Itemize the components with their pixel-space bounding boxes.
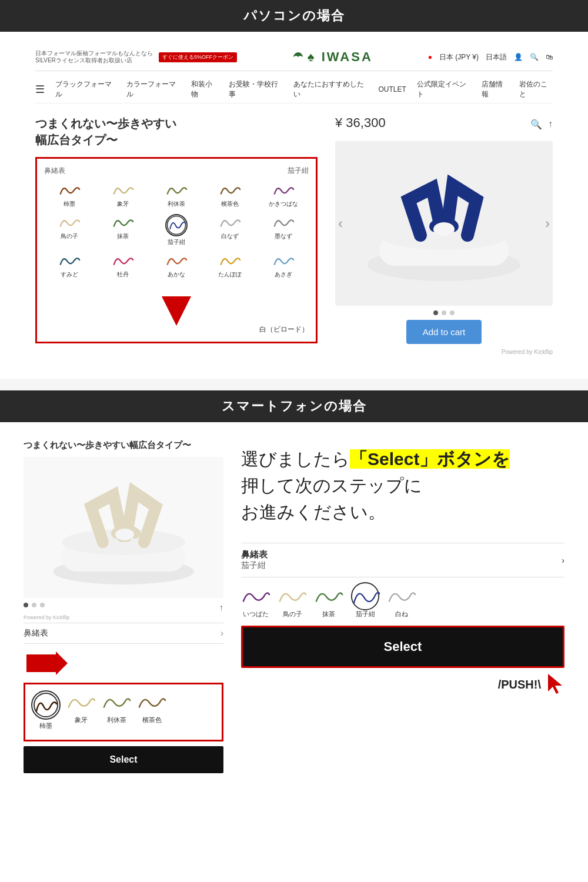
- svg-point-11: [34, 693, 58, 717]
- cursor-icon: [547, 673, 564, 697]
- dot-2[interactable]: [442, 310, 446, 315]
- color-item-kakitsubana[interactable]: かきつばな: [259, 182, 309, 208]
- leaf-icon: [292, 51, 304, 63]
- add-to-cart-button[interactable]: Add to cart: [406, 320, 482, 344]
- image-next-arrow[interactable]: ›: [545, 215, 550, 232]
- color-item-matcha[interactable]: 抹茶: [98, 214, 148, 246]
- product-left: つまくれない〜歩きやすい 幅広台タイプ〜 鼻緒表 茄子紺 柿墨: [35, 115, 318, 355]
- sp-dot-2[interactable]: [32, 603, 36, 607]
- sp-right-itsuba[interactable]: いつばた: [241, 584, 270, 619]
- share-icon[interactable]: ↑: [548, 119, 553, 130]
- color-item-shironazu[interactable]: 白なず: [205, 214, 255, 246]
- sp-share-icon[interactable]: ↑: [219, 603, 223, 612]
- image-prev-arrow[interactable]: ‹: [338, 215, 343, 232]
- color-item-bin[interactable]: 檳茶色: [205, 182, 255, 208]
- svg-point-9: [115, 529, 134, 540]
- product-title: つまくれない〜歩きやすい 幅広台タイプ〜: [35, 115, 318, 148]
- sp-right-torinoko[interactable]: 鳥の子: [278, 584, 307, 619]
- logo-area: 日本フォーマル振袖フォーマルもなんとならSILVERライセンス取得者お取扱い店: [35, 50, 153, 64]
- sp-right-matcha[interactable]: 抹茶: [314, 584, 343, 619]
- nav-item-black[interactable]: ブラックフォーマル: [55, 79, 116, 99]
- down-arrow-icon: [156, 290, 197, 332]
- product-image-main: ‹ ›: [335, 141, 553, 306]
- sp-sandal-illustration: [35, 463, 212, 592]
- dot-1[interactable]: [433, 310, 438, 315]
- color-item-suminazu[interactable]: 墨なず: [259, 214, 309, 246]
- nav-item-school[interactable]: お受験・学校行事: [229, 79, 283, 99]
- logo-small-text: 日本フォーマル振袖フォーマルもなんとならSILVERライセンス取得者お取扱い店: [35, 50, 153, 64]
- bag-icon[interactable]: 🛍: [546, 53, 553, 61]
- nav-item-goods[interactable]: 和装小物: [191, 79, 218, 99]
- color-item-naskon[interactable]: 茄子紺: [151, 214, 201, 246]
- right-arrow-icon: [24, 649, 71, 678]
- color-item-kakizumi[interactable]: 柿墨: [44, 182, 94, 208]
- product-price: ¥ 36,300: [335, 115, 386, 131]
- nav-item-outlet[interactable]: OUTLET: [378, 85, 406, 93]
- image-dots: [335, 310, 553, 315]
- highlight-select: 「Select」ボタンを: [350, 449, 510, 469]
- sp-dot-1[interactable]: [24, 603, 28, 607]
- lang-dot: ●: [428, 53, 432, 61]
- sp-powered-by: Powered by Kickflip: [24, 614, 223, 620]
- svg-point-5: [433, 222, 455, 236]
- hamburger-icon[interactable]: ☰: [35, 83, 45, 96]
- sp-color-rikyu[interactable]: 利休茶: [102, 690, 131, 730]
- color-item-botan[interactable]: 牡丹: [98, 252, 148, 279]
- color-item-asagi[interactable]: あさぎ: [259, 252, 309, 279]
- nav-item-store[interactable]: 店舗情報: [482, 79, 509, 99]
- color-item-sumido[interactable]: すみど: [44, 252, 94, 279]
- sp-color-kakizumi[interactable]: 柿墨: [31, 690, 61, 730]
- sp-right-picker-section: 鼻緒表 茄子紺 ›: [241, 543, 564, 577]
- zoom-icon[interactable]: 🔍: [530, 119, 542, 130]
- color-grid-3: すみど 牡丹 あかな: [44, 252, 309, 279]
- color-item-zouge[interactable]: 象牙: [98, 182, 148, 208]
- nav-item-about[interactable]: 岩佐のこと: [519, 79, 553, 99]
- sp-right: 選びましたら「Select」ボタンを 押して次のステップに お進みください。 鼻…: [241, 440, 564, 697]
- sp-picker-row-label[interactable]: 鼻緒表 ›: [24, 623, 223, 644]
- color-picker-box: 鼻緒表 茄子紺 柿墨 象牙: [35, 157, 318, 343]
- search-icon[interactable]: 🔍: [530, 53, 539, 61]
- product-area: つまくれない〜歩きやすい 幅広台タイプ〜 鼻緒表 茄子紺 柿墨: [35, 115, 553, 355]
- push-label-text: /PUSH!\: [498, 678, 541, 691]
- sp-right-color-options: いつばた 鳥の子 抹茶: [241, 584, 564, 619]
- picker-label: 鼻緒表: [44, 166, 65, 176]
- red-cursor-icon: [547, 673, 564, 694]
- pc-section: 日本フォーマル振袖フォーマルもなんとならSILVERライセンス取得者お取扱い店 …: [0, 32, 588, 379]
- divider: [0, 379, 588, 390]
- zoom-share-icons: 🔍 ↑: [530, 119, 553, 130]
- nav-item-color[interactable]: カラーフォーマル: [126, 79, 181, 99]
- sandal-illustration: [350, 153, 538, 294]
- sp-right-picker-name: 鼻緒表: [241, 549, 268, 560]
- nav-item-event[interactable]: 公式限定イベント: [417, 79, 471, 99]
- sp-color-bin[interactable]: 檳茶色: [137, 690, 166, 730]
- sp-dot-3[interactable]: [40, 603, 45, 607]
- pc-section-header: パソコンの場合: [0, 0, 588, 32]
- navbar-left: 日本フォーマル振袖フォーマルもなんとならSILVERライセンス取得者お取扱い店 …: [35, 50, 237, 64]
- color-item-akana[interactable]: あかな: [151, 252, 201, 279]
- sp-section: つまくれない〜歩きやすい幅広台タイプ〜 ↑: [0, 422, 588, 797]
- nav-item-recommend[interactable]: あなたにおすすめしたい: [293, 79, 368, 99]
- picker-header: 鼻緒表 茄子紺: [44, 166, 309, 176]
- svg-point-0: [168, 216, 186, 235]
- sp-right-shiro[interactable]: 白ね: [387, 584, 416, 619]
- iwasa-logo: ♠ IWASA: [292, 49, 373, 65]
- sp-right-naskon[interactable]: 茄子紺: [350, 584, 380, 619]
- sp-select-button[interactable]: Select: [24, 746, 223, 773]
- sp-color-zouge[interactable]: 象牙: [66, 690, 96, 730]
- svg-marker-10: [26, 652, 68, 675]
- sp-right-select-button[interactable]: Select: [241, 626, 564, 668]
- color-item-rikyu[interactable]: 利休茶: [151, 182, 201, 208]
- color-item-torinoko[interactable]: 鳥の子: [44, 214, 94, 246]
- sp-image-dots: ↑: [24, 603, 223, 612]
- sp-product-image: [24, 457, 223, 598]
- sp-product-title: つまくれない〜歩きやすい幅広台タイプ〜: [24, 440, 223, 451]
- sp-section-header: スマートフォンの場合: [0, 390, 588, 422]
- sp-arrow-row: [24, 644, 223, 683]
- color-item-tanpopo[interactable]: たんぽぽ: [205, 252, 255, 279]
- nav-menu: ☰ ブラックフォーマル カラーフォーマル 和装小物 お受験・学校行事 あなたにお…: [35, 76, 553, 103]
- product-right: ¥ 36,300 🔍 ↑ ‹: [335, 115, 553, 355]
- svg-marker-1: [162, 296, 191, 326]
- user-icon[interactable]: 👤: [514, 53, 523, 61]
- dot-3[interactable]: [450, 310, 455, 315]
- sp-right-picker-row[interactable]: 鼻緒表 茄子紺 ›: [241, 543, 564, 577]
